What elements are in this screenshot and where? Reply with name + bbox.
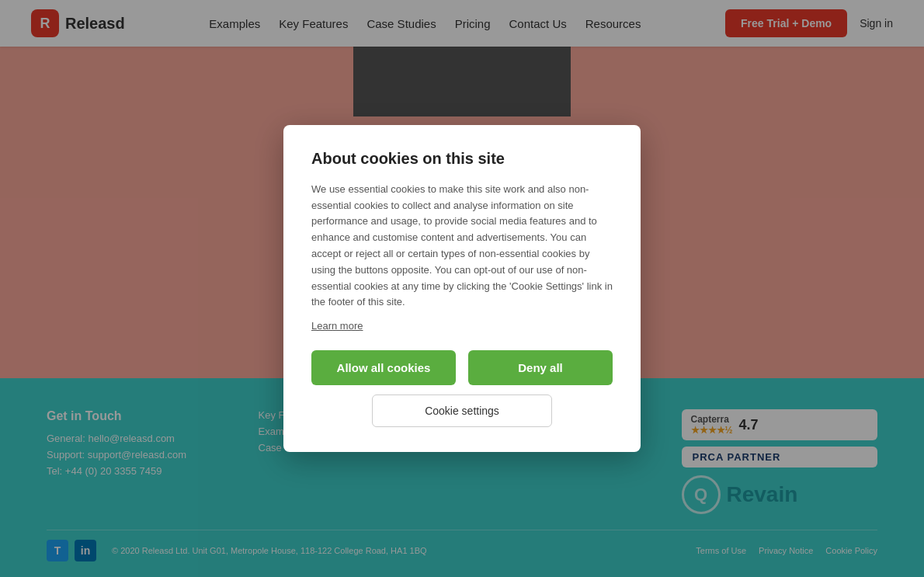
- cookie-settings-button[interactable]: Cookie settings: [372, 395, 553, 427]
- modal-body: We use essential cookies to make this si…: [311, 182, 613, 311]
- allow-all-cookies-button[interactable]: Allow all cookies: [311, 350, 456, 385]
- modal-learn-more-link[interactable]: Learn more: [311, 320, 363, 332]
- cookie-modal: About cookies on this site We use essent…: [283, 125, 641, 452]
- modal-overlay: About cookies on this site We use essent…: [0, 0, 924, 577]
- modal-buttons: Allow all cookies Deny all: [311, 350, 613, 385]
- deny-all-button[interactable]: Deny all: [468, 350, 613, 385]
- modal-title: About cookies on this site: [311, 150, 613, 168]
